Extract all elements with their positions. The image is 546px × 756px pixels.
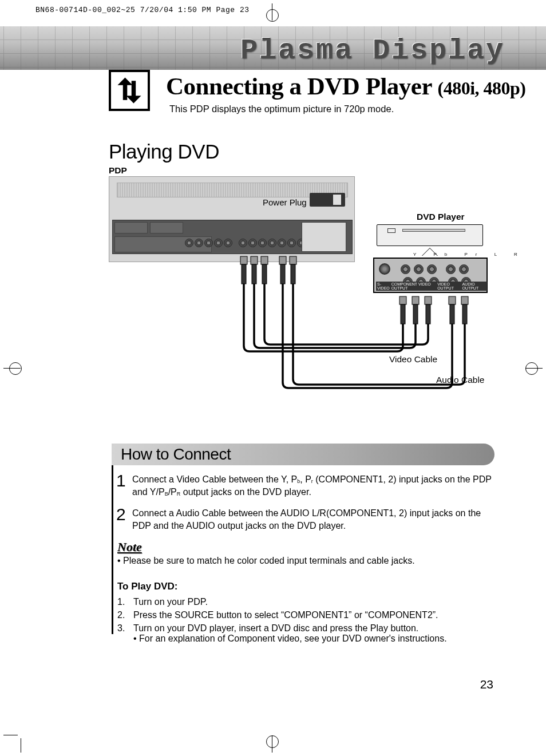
page-title: Connecting a DVD Player (480i, 480p) — [166, 72, 526, 100]
list-number: 2. — [117, 610, 129, 620]
crop-mark-icon — [525, 359, 543, 377]
label: AUDIO OUTPUT — [462, 282, 486, 290]
diagram-pdp-label: PDP — [109, 165, 127, 176]
rca-jack-icon — [258, 239, 267, 247]
rca-jack-icon — [185, 239, 193, 247]
step-2: 2 Connect a Audio Cable between the AUDI… — [116, 506, 496, 533]
svg-rect-18 — [461, 296, 468, 304]
pdp-back-panel: Power Plug — [109, 176, 355, 262]
connection-diagram: Power Plug — [109, 176, 497, 417]
dvd-port-labels: S-VIDEO COMPONENT VIDEO OUTPUT VIDEO OUT… — [376, 282, 487, 291]
rca-jack-icon — [214, 239, 223, 247]
print-header: BN68-00714D-00_002~25 7/20/04 1:50 PM Pa… — [35, 6, 250, 14]
rca-jack-icon — [239, 239, 247, 247]
toplay-heading: To Play DVD: — [117, 581, 496, 592]
label: COMPONENT VIDEO OUTPUT — [391, 282, 436, 290]
list-number: 3. — [117, 623, 129, 644]
list-number: 1. — [117, 597, 129, 607]
howto-title: How to Connect — [121, 445, 231, 464]
howto-section: How to Connect 1 Connect a Video Cable b… — [112, 444, 496, 647]
rca-jack-icon — [414, 264, 424, 274]
list-item: 2. Press the SOURCE button to select “CO… — [117, 610, 496, 620]
dvd-jack-labels: Y Pb Pr L R — [413, 252, 525, 257]
svg-rect-10 — [399, 296, 406, 304]
list-item: 3. Turn on your DVD player, insert a DVD… — [117, 623, 496, 644]
howto-title-bar: How to Connect — [112, 444, 494, 465]
rca-jack-icon — [224, 239, 232, 247]
page-title-sub: (480i, 480p) — [438, 78, 526, 98]
page-number: 23 — [480, 678, 493, 691]
list-item: 1. Turn on your PDP. — [117, 597, 496, 607]
svg-rect-5 — [262, 264, 267, 284]
step-text: Connect a Video Cable between the Y, Pb,… — [132, 472, 496, 499]
header-banner: Plasma Display — [0, 26, 546, 70]
crop-corner-icon — [21, 718, 38, 735]
svg-rect-12 — [412, 296, 419, 304]
list-text: Turn on your PDP. — [133, 597, 208, 607]
svg-rect-7 — [280, 264, 285, 284]
power-plug-label: Power Plug — [263, 197, 307, 207]
crop-mark-icon — [3, 359, 21, 377]
panel-group — [114, 222, 148, 233]
svg-rect-11 — [401, 304, 405, 324]
audio-cable-label: Audio Cable — [436, 375, 484, 385]
toplay-list: 1. Turn on your PDP. 2. Press the SOURCE… — [117, 597, 496, 644]
svg-rect-14 — [425, 296, 432, 304]
svg-rect-9 — [291, 264, 295, 284]
power-socket-icon — [333, 194, 342, 205]
rca-jack-icon — [287, 239, 296, 247]
dvd-player-icon — [377, 224, 483, 246]
rca-jack-icon — [446, 264, 456, 274]
svg-rect-1 — [242, 264, 246, 284]
dvd-player-label: DVD Player — [417, 212, 465, 222]
step-text: Connect a Audio Cable between the AUDIO … — [132, 506, 496, 533]
label: VIDEO OUTPUT — [437, 282, 461, 290]
section-heading: Playing DVD — [109, 140, 219, 163]
list-text: Press the SOURCE button to select “COMPO… — [133, 610, 438, 620]
page-subtitle: This PDP displays the optimum picture in… — [169, 104, 394, 114]
svg-rect-15 — [426, 304, 430, 324]
rca-jack-icon — [427, 264, 437, 274]
io-arrows-icon — [109, 70, 150, 111]
note-heading: Note — [117, 540, 496, 555]
rca-jack-icon — [278, 239, 286, 247]
svg-rect-13 — [413, 304, 418, 324]
rca-jack-icon — [204, 239, 213, 247]
svg-rect-17 — [450, 304, 454, 324]
rca-jack-icon — [459, 264, 469, 274]
label: S-VIDEO — [377, 282, 390, 290]
list-text: Turn on your DVD player, insert a DVD di… — [133, 623, 447, 644]
note-text: • Please be sure to match he color coded… — [117, 556, 496, 566]
step-number: 1 — [116, 472, 125, 499]
page-title-main: Connecting a DVD Player — [166, 73, 432, 100]
step-number: 2 — [116, 506, 125, 533]
panel-group — [302, 222, 346, 252]
rca-jack-icon — [195, 239, 203, 247]
pdp-io-panel — [112, 220, 353, 254]
step-1: 1 Connect a Video Cable between the Y, P… — [116, 472, 496, 499]
svg-rect-16 — [449, 296, 456, 304]
rca-jack-icon — [268, 239, 276, 247]
svideo-jack-icon — [379, 263, 390, 275]
panel-group — [150, 222, 183, 233]
crop-mark-icon — [263, 3, 280, 21]
svg-rect-19 — [462, 304, 467, 324]
svg-rect-3 — [252, 264, 256, 284]
dvd-back-panel: Y Pb Pr L R S-VIDEO COMPONENT VIDEO OUTP… — [373, 258, 488, 293]
crop-mark-icon — [263, 735, 280, 753]
banner-title: Plasma Display — [240, 34, 505, 67]
rca-jack-icon — [248, 239, 257, 247]
rca-jack-icon — [401, 264, 410, 274]
video-cable-label: Video Cable — [389, 354, 437, 365]
